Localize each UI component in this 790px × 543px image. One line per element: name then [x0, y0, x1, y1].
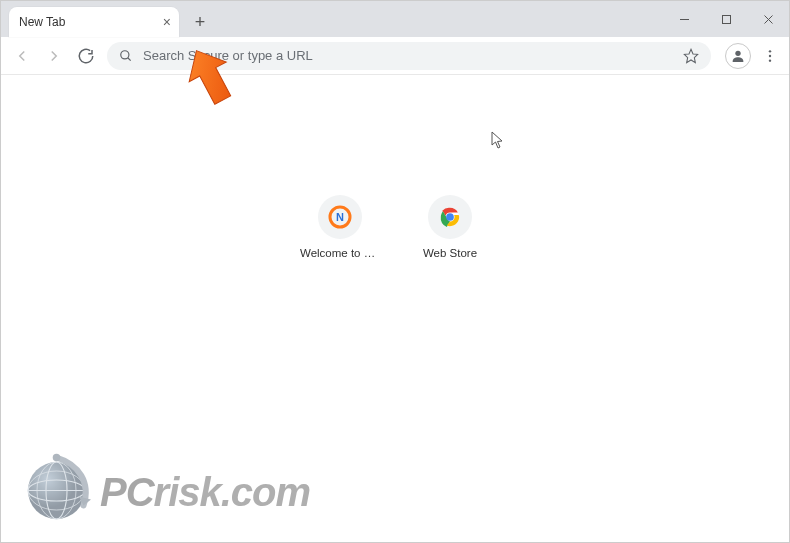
- back-button[interactable]: [7, 41, 37, 71]
- close-window-button[interactable]: [747, 1, 789, 37]
- reload-button[interactable]: [71, 41, 101, 71]
- browser-tab[interactable]: New Tab ×: [9, 7, 179, 37]
- svg-point-7: [735, 50, 740, 55]
- new-tab-button[interactable]: +: [187, 9, 213, 35]
- shortcut-label: Welcome to R...: [300, 247, 380, 259]
- shortcut-label: Web Store: [423, 247, 477, 259]
- svg-point-4: [121, 50, 129, 58]
- shortcut-icon: N: [318, 195, 362, 239]
- omnibox-input[interactable]: [143, 48, 683, 63]
- profile-button[interactable]: [725, 43, 751, 69]
- svg-text:N: N: [336, 211, 344, 223]
- tab-title: New Tab: [19, 15, 65, 29]
- address-bar[interactable]: [107, 42, 711, 70]
- shortcut-tile[interactable]: Web Store: [410, 195, 490, 259]
- page-content: N Welcome to R... Web Store: [1, 75, 789, 542]
- maximize-button[interactable]: [705, 1, 747, 37]
- svg-rect-1: [722, 15, 730, 23]
- svg-point-9: [769, 54, 771, 56]
- forward-button[interactable]: [39, 41, 69, 71]
- shortcut-tile[interactable]: N Welcome to R...: [300, 195, 380, 259]
- svg-line-5: [128, 57, 131, 60]
- svg-point-8: [769, 50, 771, 52]
- window-controls: [663, 1, 789, 37]
- bookmark-star-icon[interactable]: [683, 48, 699, 64]
- svg-marker-6: [684, 49, 697, 62]
- close-icon[interactable]: ×: [163, 15, 171, 29]
- shortcut-grid: N Welcome to R... Web Store: [300, 195, 490, 259]
- search-icon: [119, 49, 133, 63]
- minimize-button[interactable]: [663, 1, 705, 37]
- shortcut-icon: [428, 195, 472, 239]
- menu-button[interactable]: [757, 43, 783, 69]
- toolbar: [1, 37, 789, 75]
- tab-strip: New Tab × +: [1, 1, 789, 37]
- svg-point-10: [769, 59, 771, 61]
